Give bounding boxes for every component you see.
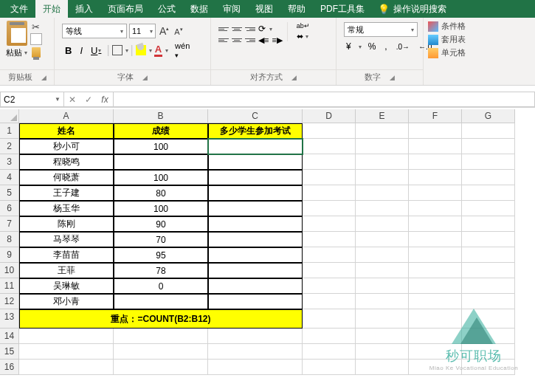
phonetic-button[interactable]: wén▾: [175, 41, 190, 59]
cell[interactable]: 0: [114, 278, 208, 294]
cell[interactable]: [303, 154, 356, 170]
ribbon-tab-0[interactable]: 文件: [3, 0, 35, 18]
align-left-button[interactable]: [218, 38, 229, 43]
dialog-launcher-icon[interactable]: ◢: [142, 74, 148, 81]
ribbon-tab-1[interactable]: 开始: [35, 0, 68, 18]
cell[interactable]: [462, 329, 515, 344]
italic-button[interactable]: I: [77, 45, 86, 56]
cell[interactable]: [409, 263, 462, 278]
percent-button[interactable]: %: [366, 41, 379, 52]
row-header[interactable]: 16: [0, 360, 19, 375]
cell[interactable]: [19, 344, 114, 360]
cell[interactable]: [303, 201, 356, 216]
column-header[interactable]: A: [19, 109, 114, 123]
cell[interactable]: 95: [114, 247, 208, 263]
cell[interactable]: [208, 247, 303, 263]
cell[interactable]: [303, 123, 356, 139]
cell[interactable]: [303, 247, 356, 263]
copy-button[interactable]: [32, 35, 42, 45]
cell[interactable]: [208, 170, 303, 185]
cell[interactable]: 程晓鸣: [19, 154, 114, 170]
cell[interactable]: [356, 170, 409, 185]
increase-indent-button[interactable]: ≡▶: [272, 35, 282, 45]
cell[interactable]: [356, 185, 409, 201]
ribbon-tab-5[interactable]: 数据: [183, 0, 215, 18]
cell[interactable]: [303, 278, 356, 294]
cell[interactable]: 何晓萧: [19, 170, 114, 185]
cell[interactable]: [356, 216, 409, 232]
cell[interactable]: 邓小青: [19, 294, 114, 309]
column-header[interactable]: G: [462, 109, 515, 123]
cell[interactable]: [409, 344, 462, 360]
cell[interactable]: [303, 344, 356, 360]
cell[interactable]: [356, 154, 409, 170]
cell[interactable]: [303, 216, 356, 232]
formula-input[interactable]: [113, 92, 535, 107]
cell[interactable]: [356, 360, 409, 375]
cell[interactable]: [462, 247, 515, 263]
cell[interactable]: [19, 360, 114, 375]
cell[interactable]: [462, 263, 515, 278]
cell[interactable]: 80: [114, 185, 208, 201]
column-header[interactable]: B: [114, 109, 208, 123]
cell[interactable]: 成绩: [114, 123, 208, 139]
cell[interactable]: [409, 329, 462, 344]
cell[interactable]: [303, 263, 356, 278]
border-button[interactable]: [112, 45, 122, 55]
cell[interactable]: [462, 201, 515, 216]
cell[interactable]: 78: [114, 263, 208, 278]
cell[interactable]: [462, 344, 515, 360]
cell[interactable]: [303, 309, 356, 329]
cell[interactable]: [462, 185, 515, 201]
bold-button[interactable]: B: [62, 45, 75, 56]
cut-button[interactable]: ✂: [32, 21, 42, 32]
cell[interactable]: [409, 185, 462, 201]
cell[interactable]: [356, 201, 409, 216]
currency-button[interactable]: ¥: [344, 41, 353, 52]
row-header[interactable]: 4: [0, 170, 19, 185]
cell[interactable]: [462, 170, 515, 185]
ribbon-tab-9[interactable]: PDF工具集: [313, 0, 372, 18]
cell[interactable]: [356, 294, 409, 309]
row-header[interactable]: 12: [0, 294, 19, 309]
dialog-launcher-icon[interactable]: ◢: [291, 74, 297, 81]
cell[interactable]: [409, 216, 462, 232]
cell[interactable]: [356, 232, 409, 247]
cell[interactable]: [409, 201, 462, 216]
cell[interactable]: [356, 123, 409, 139]
row-header[interactable]: 8: [0, 232, 19, 247]
cell[interactable]: [356, 139, 409, 154]
align-middle-button[interactable]: [232, 27, 242, 32]
cell[interactable]: 吴琳敏: [19, 278, 114, 294]
cell[interactable]: [462, 154, 515, 170]
decrease-indent-button[interactable]: ◀≡: [258, 35, 269, 45]
cell[interactable]: [409, 139, 462, 154]
cell[interactable]: [114, 329, 208, 344]
dialog-launcher-icon[interactable]: ◢: [390, 74, 395, 81]
cell[interactable]: [303, 294, 356, 309]
cell[interactable]: [114, 294, 208, 309]
ribbon-tab-4[interactable]: 公式: [151, 0, 183, 18]
cell[interactable]: [303, 170, 356, 185]
conditional-format-button[interactable]: 条件格: [428, 21, 466, 32]
cell[interactable]: [462, 278, 515, 294]
comma-button[interactable]: ,: [382, 41, 389, 52]
cell[interactable]: [409, 170, 462, 185]
confirm-formula-button[interactable]: ✓: [80, 94, 97, 105]
select-all-corner[interactable]: [0, 109, 19, 123]
cell[interactable]: 100: [114, 201, 208, 216]
cell[interactable]: 100: [114, 139, 208, 154]
row-header[interactable]: 6: [0, 201, 19, 216]
cell[interactable]: [208, 329, 303, 344]
cell-styles-button[interactable]: 单元格: [428, 47, 466, 58]
cell[interactable]: [462, 360, 515, 375]
cell[interactable]: [462, 232, 515, 247]
ribbon-tab-2[interactable]: 插入: [68, 0, 100, 18]
row-header[interactable]: 13: [0, 309, 19, 329]
increase-decimal-button[interactable]: .0→: [394, 43, 412, 51]
ribbon-tab-6[interactable]: 审阅: [215, 0, 248, 18]
cell[interactable]: 70: [114, 232, 208, 247]
cell[interactable]: 陈刚: [19, 216, 114, 232]
cell[interactable]: [114, 344, 208, 360]
ribbon-tab-8[interactable]: 帮助: [280, 0, 313, 18]
